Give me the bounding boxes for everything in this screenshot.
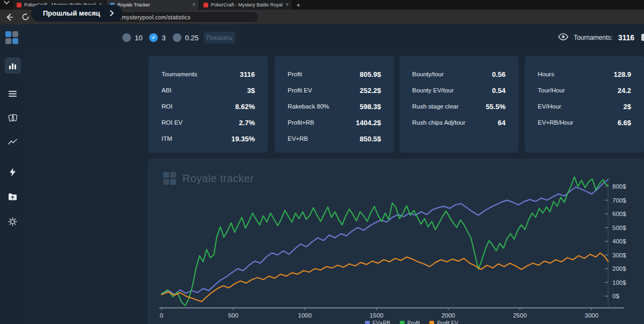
stat-card-1: Profit805.9$Profit EV252.2$Rakeback 80%5… [275,56,394,153]
stat-row: Rush chips Adj/tour64 [412,114,506,131]
stat-value: 55.5% [486,103,506,111]
stat-value: 0.54 [492,87,506,95]
period-label: Прошлый месяц [43,9,100,17]
stat-value: 805.9$ [360,70,381,78]
tab-close-icon[interactable]: × [192,2,195,8]
sidebar-item-hands[interactable] [0,110,25,126]
series-profit [162,177,608,306]
stat-value: 850.5$ [360,135,381,143]
sidebar-item-import[interactable] [0,189,25,205]
stat-row: Hours128.9 [538,66,631,82]
y-tick-label: 200$ [612,265,626,272]
stake-label: 10 [135,34,142,42]
lightning-icon [5,164,21,180]
stat-value: 2.7% [239,119,255,127]
legend-item-ev-rb[interactable]: EV+RB [365,320,390,324]
sidebar-item-sessions[interactable] [0,85,25,102]
stat-row: Tournaments3116 [162,66,255,82]
stake-option-3[interactable]: ✓3 [149,33,165,42]
stat-value: 0.56 [492,70,506,78]
cards-icon [5,110,21,126]
stake-option-0.25[interactable]: ✓0.25 [173,33,199,42]
legend-label: EV+RB [372,320,390,324]
x-tick-label: 2500 [513,312,527,319]
y-tick-label: 300$ [612,252,626,258]
tab-close-icon[interactable]: × [286,2,289,8]
stat-label: Rush stage clear [412,103,458,110]
sidebar-item-settings[interactable] [0,213,25,229]
x-tick-label: 1500 [370,312,384,319]
check-icon: ✓ [151,35,156,40]
tournaments-value: 3116 [618,33,634,42]
stat-value: 19.35% [231,135,255,143]
stat-label: Profit EV [288,87,312,93]
chart-panel: Royale tracker 0$100$200$300$400$500$600… [148,159,644,324]
checkbox-checked-icon[interactable]: ✓ [149,33,158,42]
y-tick-label: 0$ [612,293,619,299]
stat-label: Profit+RB [288,119,314,126]
legend-item-profit-ev[interactable]: Profit EV [429,320,458,324]
stat-row: Bounty EV/tour0.54 [412,82,506,98]
y-tick-label: 500$ [612,225,626,231]
y-tick-label: 700$ [612,197,626,204]
royale-tracker-logo-icon[interactable] [5,31,19,45]
stat-value: 24.2 [618,87,631,95]
sidebar-item-graphs[interactable] [0,134,25,150]
refresh-icon[interactable] [19,11,31,23]
stat-value: 3$ [247,87,255,95]
folder-upload-icon [5,189,21,205]
new-tab-button[interactable]: + [293,0,304,10]
sidebar-item-statistics[interactable] [0,57,25,74]
stat-card-0: Tournaments3116ABI3$ROI8.62%ROI EV2.7%IT… [149,56,268,153]
legend-label: Profit EV [437,320,458,324]
stat-row: ITM19.35% [162,131,255,147]
stat-card-2: Bounty/tour0.56Bounty EV/tour0.54Rush st… [399,56,518,153]
stat-value: 128.9 [613,70,631,78]
legend-item-profit[interactable]: Profit [400,320,420,324]
stat-label: ROI EV [162,119,182,126]
stat-row: Profit805.9$ [288,66,381,82]
y-tick-label: 400$ [612,238,626,244]
y-tick-label: 600$ [612,211,626,217]
stat-row: Profit EV252.2$ [288,82,381,98]
x-tick-label: 3000 [585,312,599,319]
checkbox-icon[interactable]: ✓ [173,33,181,42]
x-tick-label: 1000 [298,312,312,319]
x-tick-label: 0 [160,312,163,319]
stat-row: EV/Hour2$ [538,98,631,114]
checkbox-icon[interactable]: ✓ [122,33,131,42]
chart-legend: EV+RBProfitProfit EV [365,320,458,324]
stat-value: 1404.2$ [356,119,381,127]
sidebar-item-rush[interactable] [0,164,25,180]
period-selector[interactable]: Прошлый месяц [31,5,122,21]
stat-label: Bounty/tour [412,71,444,77]
stat-row: Profit+RB1404.2$ [288,114,381,131]
y-tick-label: 800$ [612,183,626,190]
stat-value: 6.6$ [618,119,631,127]
stat-label: Hours [538,71,554,77]
x-tick-label: 500 [228,312,238,319]
back-icon[interactable] [3,11,15,23]
stat-value: 8.62% [235,103,255,111]
profit-line-chart[interactable]: 0$100$200$300$400$500$600$700$800$050010… [148,159,644,324]
series-profit-ev [162,253,608,302]
eye-icon[interactable] [558,33,568,42]
stat-value: 252.2$ [360,87,381,95]
screen: PokerCraft - Mystery Battle Royale×Royal… [0,0,644,324]
stat-label: Tour/Hour [538,87,565,93]
stat-row: ABI3$ [162,82,255,98]
stat-label: ROI [162,103,172,110]
stat-row: ROI EV2.7% [162,114,255,131]
y-tick-label: 100$ [612,279,626,286]
menu-icon [5,85,21,102]
stat-row: ROI8.62% [162,98,255,114]
browser-tab-2[interactable]: PokerCraft - Mystery Battle Royale× [200,0,293,10]
tab-search-chevron-icon[interactable] [0,0,13,10]
stat-label: Profit [288,71,302,77]
series-ev-rb [162,179,608,295]
show-button[interactable]: Показать [204,32,235,44]
legend-swatch-icon [429,321,434,324]
clipped-edge-element [641,34,644,41]
stake-option-10[interactable]: ✓10 [122,33,142,42]
chevron-right-icon [110,10,114,16]
